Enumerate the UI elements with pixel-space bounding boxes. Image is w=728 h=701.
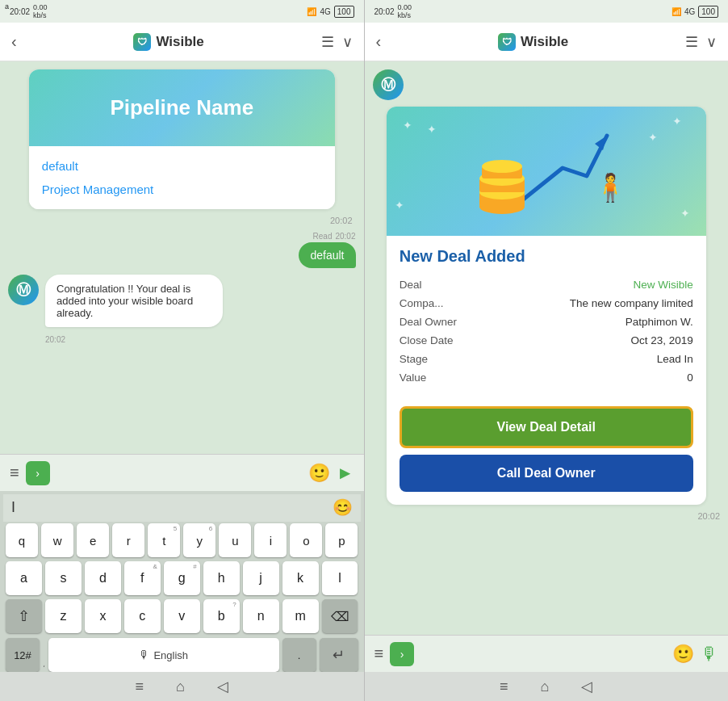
toolbar-emoji-right[interactable]: 🙂 xyxy=(672,644,694,665)
kb-m[interactable]: m xyxy=(282,599,319,633)
message-bubble-left-wrap: Ⓜ Congratulation !! Your deal is added i… xyxy=(8,275,356,327)
kb-s[interactable]: s xyxy=(45,561,82,595)
deal-value-4: Lead In xyxy=(657,353,693,365)
toolbar-send-left[interactable]: ► xyxy=(337,463,354,484)
deal-label-3: Close Date xyxy=(400,334,454,346)
deal-value-2: Patphimon W. xyxy=(625,316,693,328)
person-icon: 🧍 xyxy=(593,171,627,204)
kb-k[interactable]: k xyxy=(282,561,319,595)
deal-label-5: Value xyxy=(400,371,427,384)
deal-card-body: New Deal Added Deal New Wisible Compa...… xyxy=(387,236,706,398)
pipeline-title: Pipeline Name xyxy=(45,95,319,120)
battery-right: 100 xyxy=(698,6,718,18)
deal-row-4: Stage Lead In xyxy=(400,350,693,368)
deal-row-3: Close Date Oct 23, 2019 xyxy=(400,331,693,350)
kb-n[interactable]: n xyxy=(243,599,279,633)
chevron-icon-right[interactable]: ∨ xyxy=(706,33,717,51)
kb-backspace[interactable]: ⌫ xyxy=(322,599,358,633)
kb-g[interactable]: g# xyxy=(164,561,200,595)
home-home-right[interactable]: ⌂ xyxy=(541,678,550,695)
network-right: 4G xyxy=(684,7,695,16)
sparkle1: ✦ xyxy=(403,119,412,132)
kb-space-row: a 12# ، 🎙 English . ↵ xyxy=(3,638,361,672)
kb-f[interactable]: f& xyxy=(124,561,161,595)
bot-avatar: Ⓜ xyxy=(8,275,39,305)
signal-left: 📶 xyxy=(307,7,316,16)
kb-shift[interactable]: ⇧ xyxy=(6,599,42,633)
kb-z[interactable]: z xyxy=(45,599,82,633)
read-label: Read xyxy=(313,232,333,241)
kb-e[interactable]: e xyxy=(77,523,109,557)
read-time: 20:02 xyxy=(335,232,355,241)
kb-q[interactable]: q xyxy=(6,523,38,557)
toolbar-mic-right[interactable]: 🎙 xyxy=(701,644,718,665)
kb-r[interactable]: r xyxy=(112,523,144,557)
keyboard-rows: q w e r t5 y6 u i o p a s d f& g# h j k xyxy=(3,522,361,635)
home-menu-left[interactable]: ≡ xyxy=(136,678,144,695)
pipeline-header: Pipeline Name xyxy=(29,69,335,146)
kb-h[interactable]: h xyxy=(203,561,240,595)
pipeline-option-default[interactable]: default xyxy=(42,154,322,178)
time-right: 20:02 xyxy=(374,7,395,16)
kb-emoji[interactable]: 😊 xyxy=(333,497,353,517)
menu-icon-left[interactable]: ☰ xyxy=(321,33,334,51)
signal-right: 📶 xyxy=(672,7,681,16)
pipeline-option-project[interactable]: Project Management xyxy=(42,178,322,201)
home-back-right[interactable]: ◁ xyxy=(581,678,592,695)
home-home-left[interactable]: ⌂ xyxy=(176,678,185,695)
deal-card-hero: ✦ ✦ ✦ ✦ ✦ ✦ xyxy=(387,107,706,236)
coins xyxy=(474,152,538,220)
kb-x[interactable]: x xyxy=(85,599,121,633)
back-button-left[interactable]: ‹ xyxy=(11,32,17,51)
view-deal-button[interactable]: View Deal Detail xyxy=(400,406,693,448)
kb-c[interactable]: c xyxy=(124,599,161,633)
chat-area-left: Pipeline Name default Project Management… xyxy=(0,61,364,454)
home-menu-right[interactable]: ≡ xyxy=(500,678,508,695)
chevron-icon-left[interactable]: ∨ xyxy=(342,33,353,51)
sparkle5: ✦ xyxy=(680,207,690,220)
menu-icon-right[interactable]: ☰ xyxy=(685,33,698,51)
deal-row-0: Deal New Wisible xyxy=(400,275,693,294)
wisible-logo-left: 🛡 xyxy=(133,33,151,51)
kb-b[interactable]: b? xyxy=(203,599,240,633)
kb-enter[interactable]: ↵ xyxy=(320,638,358,672)
kb-a[interactable]: a xyxy=(6,561,42,595)
toolbar-forward-left[interactable]: › xyxy=(26,461,50,485)
kb-i[interactable]: i xyxy=(254,523,287,557)
kb-spacebar[interactable]: 🎙 English xyxy=(48,638,279,672)
message-bubble-right: Read 20:02 default xyxy=(299,232,355,268)
call-deal-button[interactable]: Call Deal Owner xyxy=(400,455,693,492)
toolbar-menu-right[interactable]: ≡ xyxy=(374,644,384,663)
kb-o[interactable]: o xyxy=(290,523,322,557)
sparkle3: ✦ xyxy=(672,115,682,128)
kb-y[interactable]: y6 xyxy=(183,523,215,557)
space-label: English xyxy=(153,649,188,661)
nav-title-left: 🛡 Wisible xyxy=(133,33,203,51)
timestamp1: 20:02 xyxy=(8,216,356,225)
bubble-default: default xyxy=(299,242,355,268)
deal-value-5: 0 xyxy=(687,371,693,384)
avatar-row: Ⓜ xyxy=(373,69,721,100)
kb-j[interactable]: j xyxy=(243,561,279,595)
cursor-icon: I xyxy=(11,499,15,516)
kb-d[interactable]: d xyxy=(85,561,121,595)
toolbar-emoji-left[interactable]: 🙂 xyxy=(308,463,330,484)
home-back-left[interactable]: ◁ xyxy=(217,678,228,695)
kb-w[interactable]: w xyxy=(41,523,73,557)
bot-avatar-right: Ⓜ xyxy=(373,69,404,100)
kb-row-1: q w e r t5 y6 u i o p xyxy=(6,523,358,557)
kb-l[interactable]: l xyxy=(322,561,358,595)
kb-numpad[interactable]: a 12# xyxy=(6,638,40,672)
kb-p[interactable]: p xyxy=(325,523,358,557)
back-button-right[interactable]: ‹ xyxy=(376,32,382,51)
deal-value-0: New Wisible xyxy=(634,279,693,291)
kb-v[interactable]: v xyxy=(164,599,200,633)
toolbar-forward-right[interactable]: › xyxy=(390,642,414,666)
kb-t[interactable]: t5 xyxy=(148,523,180,557)
nav-actions-left: ☰ ∨ xyxy=(321,33,353,51)
kb-period[interactable]: . xyxy=(282,638,316,672)
svg-point-7 xyxy=(482,160,522,173)
kb-u[interactable]: u xyxy=(219,523,251,557)
toolbar-menu-left[interactable]: ≡ xyxy=(10,464,19,482)
nav-actions-right: ☰ ∨ xyxy=(685,33,717,51)
